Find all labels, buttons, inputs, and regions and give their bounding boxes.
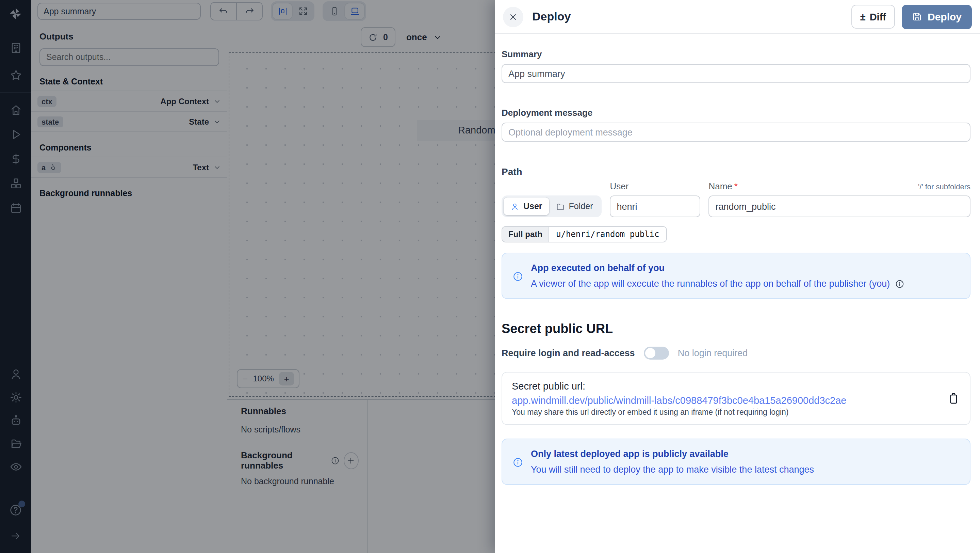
app-window: Outputs State & Context ctx App Context … <box>0 0 980 553</box>
owner-user-tab[interactable]: User <box>504 198 549 215</box>
secret-url-card: Secret public url: app.windmill.dev/publ… <box>501 372 970 425</box>
latest-deploy-info-box: Only latest deployed app is publicly ava… <box>501 438 970 485</box>
info-icon <box>512 264 523 289</box>
path-label: Path <box>501 166 970 177</box>
full-path-chip: Full path u/henri/random_public <box>501 226 667 242</box>
drawer-title: Deploy <box>532 10 571 24</box>
info-body: A viewer of the app will execute the run… <box>531 279 890 289</box>
summary-label: Summary <box>501 49 970 59</box>
info-body: You will still need to deploy the app to… <box>531 464 814 475</box>
require-login-label: Require login and read-access <box>501 348 635 358</box>
require-login-toggle[interactable] <box>644 347 669 360</box>
owner-kind-toggle: User Folder <box>501 196 601 217</box>
deployment-message-input[interactable] <box>501 123 970 142</box>
secret-url-label: Secret public url: <box>512 381 937 392</box>
full-path-label: Full path <box>502 227 549 242</box>
copy-to-clipboard-icon[interactable] <box>947 392 960 405</box>
subfolder-hint: '/' for subfolders <box>918 183 970 191</box>
info-icon <box>512 449 523 475</box>
close-drawer-button[interactable] <box>503 6 523 27</box>
deploy-button[interactable]: Deploy <box>902 5 972 29</box>
save-icon <box>912 11 922 22</box>
name-field-label: Name* <box>708 181 738 191</box>
owner-folder-tab[interactable]: Folder <box>549 198 600 215</box>
deploy-drawer-header: Deploy ± Diff Deploy <box>495 0 980 34</box>
info-icon[interactable] <box>894 279 904 288</box>
toggle-knob <box>645 348 655 358</box>
plus-minus-icon: ± <box>860 11 865 22</box>
required-asterisk: * <box>734 181 738 191</box>
info-title: App executed on behalf of you <box>531 263 904 273</box>
deploy-drawer-body: Summary Deployment message Path User Fol… <box>495 34 980 485</box>
secret-url-link[interactable]: app.windmill.dev/public/windmill-labs/c0… <box>512 395 937 406</box>
user-field[interactable] <box>610 196 700 217</box>
diff-button[interactable]: ± Diff <box>851 5 895 29</box>
drawer-scrim[interactable] <box>0 0 495 553</box>
name-field[interactable] <box>708 196 970 217</box>
user-field-label: User <box>610 181 700 191</box>
full-path-value: u/henri/random_public <box>549 227 666 242</box>
info-title: Only latest deployed app is publicly ava… <box>531 449 814 459</box>
deployment-message-label: Deployment message <box>501 108 970 118</box>
summary-input[interactable] <box>501 64 970 83</box>
secret-url-hint: You may share this url directly or embed… <box>512 408 937 416</box>
execute-on-behalf-info-box: App executed on behalf of you A viewer o… <box>501 253 970 299</box>
toggle-state-label: No login required <box>678 348 748 358</box>
secret-public-url-heading: Secret public URL <box>501 322 970 336</box>
deploy-drawer: Deploy ± Diff Deploy Summary Deployment … <box>495 0 980 553</box>
user-icon <box>511 202 519 211</box>
folder-icon <box>556 202 565 211</box>
